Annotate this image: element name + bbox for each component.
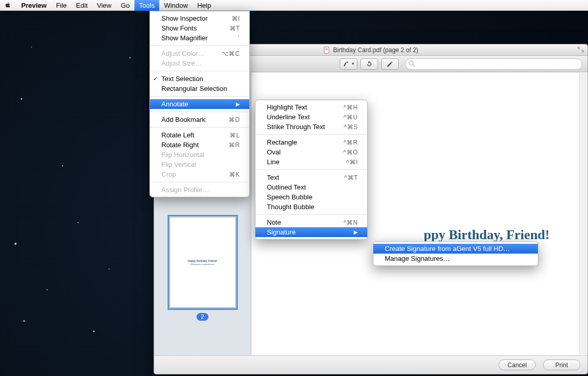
menu-window[interactable]: Window [159,0,192,11]
svg-rect-2 [325,50,328,50]
thumbnail-title: Happy Birthday, Friend! [188,259,217,262]
window-footer: Cancel Print [154,355,587,374]
menuitem-note[interactable]: Note^⌘N [255,217,367,227]
search-icon [409,60,415,67]
menu-go[interactable]: Go [116,0,134,11]
submenu-arrow-icon: ▶ [354,229,358,235]
menu-view[interactable]: View [93,0,116,11]
menuitem-text-selection[interactable]: ✓Text Selection [150,74,249,84]
menuitem-signature[interactable]: Signature▶ [255,227,367,237]
menuitem-rotate-left[interactable]: Rotate Left⌘L [150,130,249,140]
menuitem-line[interactable]: Line^⌘I [255,157,367,167]
submenu-arrow-icon: ▶ [236,101,240,107]
menuitem-adjust-color: Adjust Color…⌥⌘C [150,49,249,58]
menuitem-create-signature[interactable]: Create Signature from aGent V5 full HD… [373,244,538,254]
menuitem-outlined-text[interactable]: Outlined Text [255,182,367,192]
toolbar-search [405,58,582,70]
highlight-button[interactable]: ▼ [340,58,357,70]
menuitem-strike-text[interactable]: Strike Through Text^⌘S [255,122,367,132]
menuitem-show-magnifier[interactable]: Show Magnifier` [150,33,249,43]
menuitem-manage-signatures[interactable]: Manage Signatures… [373,254,538,263]
tools-dropdown: Show Inspector⌘I Show Fonts⌘T Show Magni… [149,11,250,197]
menuitem-rectangular-selection[interactable]: Rectangular Selection [150,84,249,93]
menubar: Preview File Edit View Go Tools Window H… [0,0,588,11]
menuitem-assign-profile: Assign Profile… [150,185,249,195]
menuitem-oval[interactable]: Oval^⌘O [255,147,367,157]
window-title-text: Birthday Card.pdf (page 2 of 2) [333,46,418,54]
edit-button[interactable] [381,58,399,70]
menuitem-show-fonts[interactable]: Show Fonts⌘T [150,23,249,33]
menuitem-text[interactable]: Text^⌘T [255,173,367,182]
menuitem-flip-vertical: Flip Vertical [150,160,249,169]
menu-help[interactable]: Help [192,0,216,11]
cancel-button[interactable]: Cancel [499,359,536,370]
page-heading-text: ppy Birthday, Friend! [424,227,549,243]
signature-submenu: Create Signature from aGent V5 full HD… … [373,241,538,266]
menuitem-adjust-size: Adjust Size… [150,58,249,68]
menubar-app-name[interactable]: Preview [17,0,51,11]
menuitem-underline-text[interactable]: Underline Text^⌘U [255,112,367,122]
svg-line-4 [413,65,415,67]
apple-icon[interactable] [4,2,11,9]
check-icon: ✓ [153,75,158,82]
search-input[interactable] [405,58,582,70]
menuitem-crop: Crop⌘K [150,169,249,179]
desktop: Preview File Edit View Go Tools Window H… [0,0,588,376]
document-icon [323,46,330,54]
page-number-badge: 2 [197,313,208,321]
menu-edit[interactable]: Edit [71,0,92,11]
menuitem-show-inspector[interactable]: Show Inspector⌘I [150,13,249,23]
vertical-scrollbar[interactable] [579,73,587,355]
print-button[interactable]: Print [543,359,580,370]
page-thumbnail[interactable]: Happy Birthday, Friend! Wishing you a wo… [170,217,236,308]
menuitem-annotate[interactable]: Annotate▶ [150,99,249,109]
menu-file[interactable]: File [51,0,71,11]
menuitem-rotate-right[interactable]: Rotate Right⌘R [150,140,249,150]
fullscreen-icon[interactable] [577,46,584,53]
menuitem-rectangle[interactable]: Rectangle^⌘R [255,137,367,147]
svg-point-3 [409,61,413,65]
menuitem-highlight-text[interactable]: Highlight Text^⌘H [255,102,367,112]
menuitem-flip-horizontal: Flip Horizontal [150,150,249,160]
menuitem-thought-bubble[interactable]: Thought Bubble [255,202,367,212]
menu-tools[interactable]: Tools [134,0,159,11]
menuitem-speech-bubble[interactable]: Speech Bubble [255,192,367,202]
menuitem-add-bookmark[interactable]: Add Bookmark⌘D [150,115,249,124]
svg-rect-1 [325,49,328,49]
thumbnail-subtitle: Wishing you a wonderful year [191,263,215,265]
rotate-button[interactable] [360,58,378,70]
annotate-submenu: Highlight Text^⌘H Underline Text^⌘U Stri… [255,100,368,240]
